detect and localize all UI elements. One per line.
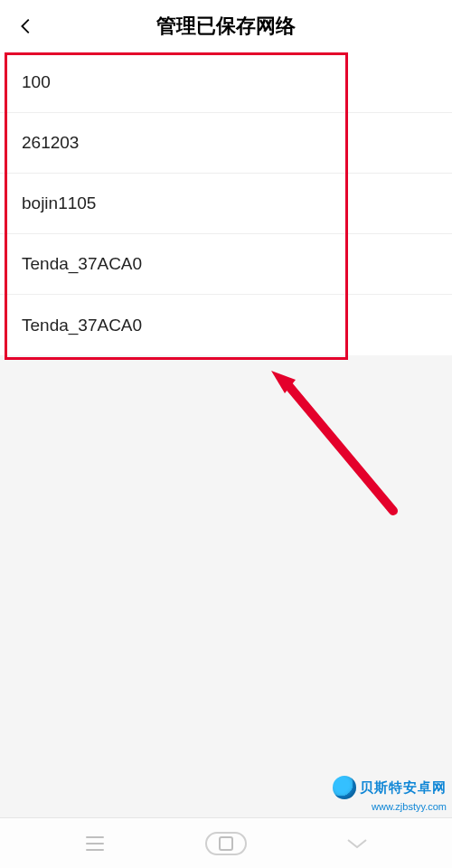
watermark-title: 贝斯特安卓网 (360, 779, 447, 797)
network-name: 261203 (22, 133, 79, 153)
network-row[interactable]: Tenda_37ACA0 (0, 234, 452, 295)
page-title: 管理已保存网络 (0, 13, 452, 40)
network-name: 100 (22, 72, 51, 92)
system-nav-bar (0, 817, 452, 868)
network-name: bojin1105 (22, 193, 96, 213)
watermark: 贝斯特安卓网 www.zjbstyy.com (311, 776, 447, 812)
chevron-left-icon (16, 16, 36, 36)
watermark-logo-icon (333, 776, 356, 799)
screen: 管理已保存网络 100 261203 bojin1105 Tenda_37ACA… (0, 0, 452, 868)
caret-down-icon (344, 835, 370, 853)
home-pill-icon (205, 832, 247, 855)
annotation-arrow-icon (258, 353, 411, 533)
watermark-url: www.zjbstyy.com (311, 801, 447, 812)
header-bar: 管理已保存网络 (0, 0, 452, 52)
saved-network-list: 100 261203 bojin1105 Tenda_37ACA0 Tenda_… (0, 52, 452, 355)
menu-lines-icon (82, 835, 108, 853)
back-button[interactable] (16, 0, 36, 52)
network-row[interactable]: 261203 (0, 113, 452, 174)
svg-marker-0 (271, 371, 296, 393)
network-row[interactable]: Tenda_37ACA0 (0, 295, 452, 355)
nav-recents-button[interactable] (59, 835, 131, 853)
nav-back-button[interactable] (321, 835, 393, 853)
nav-home-button[interactable] (190, 832, 262, 855)
network-name: Tenda_37ACA0 (22, 316, 142, 335)
network-row[interactable]: 100 (0, 52, 452, 113)
svg-line-1 (287, 384, 393, 511)
network-row[interactable]: bojin1105 (0, 174, 452, 234)
network-name: Tenda_37ACA0 (22, 254, 142, 274)
